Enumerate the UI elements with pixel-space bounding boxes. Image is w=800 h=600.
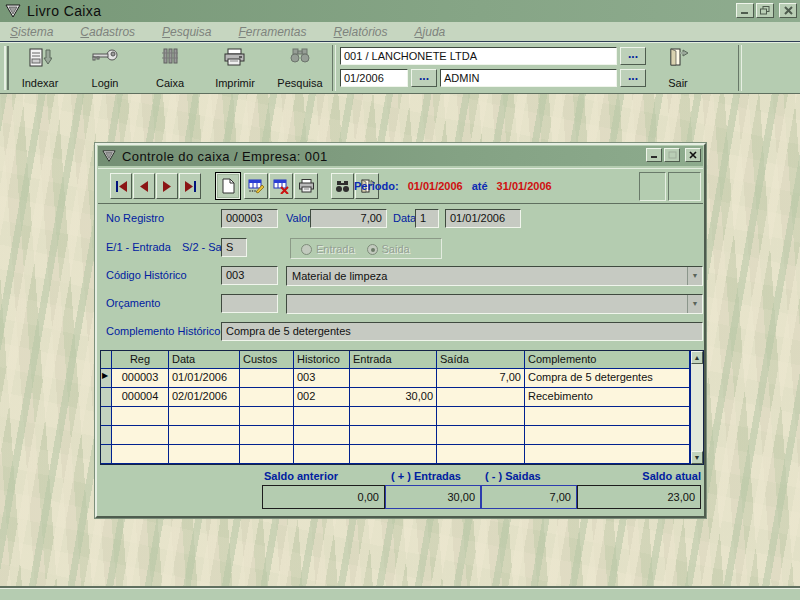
pesquisa-button[interactable]: Pesquisa [271, 45, 329, 91]
col-header-saida[interactable]: Saída [437, 351, 525, 369]
grid-cell[interactable] [112, 445, 169, 464]
grid-cell[interactable] [350, 445, 437, 464]
grid-cell[interactable]: Compra de 5 detergentes [525, 369, 690, 388]
col-header-reg[interactable]: Reg [112, 351, 169, 369]
tipo-field[interactable]: S [221, 238, 247, 257]
user-field[interactable]: ADMIN [440, 69, 617, 87]
child-close-icon[interactable] [685, 148, 701, 162]
grid-scrollbar[interactable]: ▲ ▼ [690, 351, 703, 464]
menu-pesquisa[interactable]: Pesquisa [162, 25, 211, 39]
grid-cell[interactable]: 30,00 [350, 388, 437, 407]
grid-cell[interactable] [112, 426, 169, 445]
sair-button[interactable]: Sair [651, 45, 705, 91]
login-button[interactable]: Login [76, 45, 134, 91]
grid-cell[interactable] [240, 388, 294, 407]
grid-cell[interactable] [169, 407, 240, 426]
menu-cadastros[interactable]: Cadastros [80, 25, 135, 39]
scroll-up-icon[interactable]: ▲ [691, 351, 703, 364]
grid-cell[interactable] [437, 426, 525, 445]
print-record-button[interactable] [294, 173, 318, 199]
radio-saida[interactable]: Saida [367, 243, 410, 255]
company-field[interactable]: 001 / LANCHONETE LTDA [340, 47, 617, 65]
orcamento-combo[interactable]: ▼ [286, 294, 703, 314]
imprimir-button[interactable]: Imprimir [206, 45, 264, 91]
orcamento-field[interactable] [221, 294, 278, 313]
chevron-down-icon[interactable]: ▼ [687, 295, 702, 313]
grid-cell[interactable] [240, 426, 294, 445]
no-registro-field[interactable]: 000003 [221, 209, 278, 228]
restore-icon[interactable] [756, 3, 774, 18]
nav-first-button[interactable] [110, 173, 132, 199]
data-day-field[interactable]: 1 [415, 209, 439, 228]
grid-cell[interactable] [437, 445, 525, 464]
grid-cell[interactable]: 000003 [112, 369, 169, 388]
nav-last-button[interactable] [179, 173, 201, 199]
grid-cell[interactable] [437, 388, 525, 407]
grid-cell[interactable] [350, 369, 437, 388]
toolbar-gripper[interactable] [4, 46, 9, 90]
grid-cell[interactable]: 000004 [112, 388, 169, 407]
grid-cell[interactable] [240, 369, 294, 388]
grid-cell[interactable]: 7,00 [437, 369, 525, 388]
col-header-entrada[interactable]: Entrada [350, 351, 437, 369]
col-header-complemento[interactable]: Complemento [525, 351, 690, 369]
child-minimize-icon[interactable] [646, 148, 662, 162]
grid-cell[interactable] [240, 445, 294, 464]
grid-cell[interactable]: 002 [294, 388, 350, 407]
grid-cell[interactable]: 02/01/2006 [169, 388, 240, 407]
competence-browse-button[interactable]: ... [411, 69, 437, 87]
menu-relatorios[interactable]: Relatórios [334, 25, 388, 39]
grid-cell[interactable] [169, 445, 240, 464]
caixa-button[interactable]: Caixa [141, 45, 199, 91]
grid-cell[interactable] [525, 407, 690, 426]
grid-cell[interactable] [240, 407, 294, 426]
nav-prev-button[interactable] [133, 173, 155, 199]
grid-cell[interactable] [294, 445, 350, 464]
indexar-button[interactable]: Indexar [11, 45, 69, 91]
grid-cell[interactable] [169, 426, 240, 445]
child-restore-icon[interactable] [664, 148, 680, 162]
scroll-down-icon[interactable]: ▼ [691, 451, 703, 464]
grid-cell[interactable]: Recebimento [525, 388, 690, 407]
new-record-button[interactable] [215, 172, 241, 200]
grid-cell[interactable] [350, 407, 437, 426]
grid-row[interactable] [101, 426, 690, 445]
delete-record-button[interactable] [269, 173, 293, 199]
menu-sistema[interactable]: Sistema [10, 25, 53, 39]
grid-cell[interactable] [437, 407, 525, 426]
menu-ajuda[interactable]: Ajuda [415, 25, 446, 39]
col-header-custos[interactable]: Custos [240, 351, 294, 369]
close-icon[interactable] [779, 3, 797, 18]
main-titlebar[interactable]: Livro Caixa [0, 0, 800, 22]
chevron-down-icon[interactable]: ▼ [687, 267, 702, 285]
user-browse-button[interactable]: ... [620, 69, 646, 87]
grid-cell[interactable] [112, 407, 169, 426]
grid-cell[interactable]: 003 [294, 369, 350, 388]
grid-cell[interactable] [294, 407, 350, 426]
company-browse-button[interactable]: ... [620, 47, 646, 65]
codigo-historico-field[interactable]: 003 [221, 266, 278, 285]
child-titlebar[interactable]: Controle do caixa / Empresa: 001 [98, 146, 703, 166]
nav-next-button[interactable] [156, 173, 178, 199]
col-header-data[interactable]: Data [169, 351, 240, 369]
grid-row[interactable] [101, 407, 690, 426]
grid-cell[interactable] [294, 426, 350, 445]
grid-cell[interactable] [525, 426, 690, 445]
complemento-field[interactable]: Compra de 5 detergentes [221, 322, 703, 341]
edit-record-button[interactable] [244, 173, 268, 199]
valor-field[interactable]: 7,00 [310, 209, 387, 228]
grid-row[interactable]: 00000402/01/200600230,00Recebimento [101, 388, 690, 407]
minimize-icon[interactable] [736, 3, 754, 18]
grid-row[interactable]: ▶00000301/01/20060037,00Compra de 5 dete… [101, 369, 690, 388]
competence-field[interactable]: 01/2006 [340, 69, 408, 87]
data-date-field[interactable]: 01/01/2006 [445, 209, 521, 228]
grid-cell[interactable] [350, 426, 437, 445]
menu-ferramentas[interactable]: Ferramentas [238, 25, 306, 39]
grid-row[interactable] [101, 445, 690, 464]
historico-combo[interactable]: Material de limpeza ▼ [286, 266, 703, 286]
radio-entrada[interactable]: Entrada [301, 243, 355, 255]
col-header-historico[interactable]: Historico [294, 351, 350, 369]
search-records-button[interactable] [331, 173, 354, 199]
grid-cell[interactable]: 01/01/2006 [169, 369, 240, 388]
grid-cell[interactable] [525, 445, 690, 464]
